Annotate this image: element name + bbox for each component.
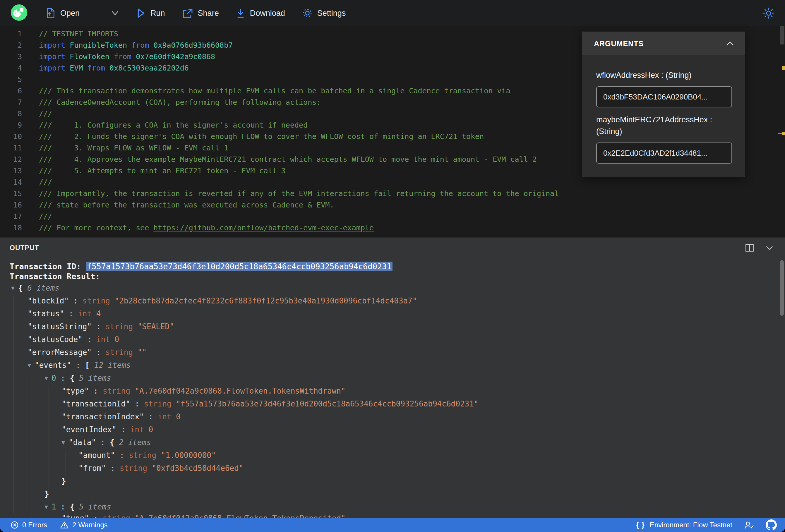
argument-input-maybemint[interactable]	[596, 143, 732, 163]
code-line-text: /// 3. Wraps FLOW as WFLOW - EVM call 1	[39, 142, 228, 154]
argument-input-wflow[interactable]	[596, 86, 732, 107]
token-items: 2 items	[119, 438, 151, 447]
code-line-text: /// 1. Configures a COA in the signer's …	[39, 119, 308, 131]
sun-icon	[763, 7, 775, 19]
tree-row: "blockId" : string "2b28cbfb87da2cfec4f0…	[0, 295, 761, 307]
token-num: 0	[148, 425, 153, 434]
code-line-text: /// Importantly, the transaction is reve…	[39, 188, 559, 199]
line-number: 18	[0, 222, 22, 233]
tree-row: "type" : string "A.7e60df042a9c0868.Flow…	[0, 384, 761, 397]
github-button[interactable]	[766, 520, 777, 531]
line-number: 12	[0, 154, 22, 165]
tree-row: }	[0, 487, 761, 500]
code-line-text: ///	[39, 176, 52, 188]
token-num: 0	[176, 412, 181, 421]
download-button[interactable]: Download	[236, 8, 285, 19]
code-line-text: /// CadenceOwnedAccount (COA), performin…	[39, 97, 321, 108]
token-vtype: int	[158, 412, 176, 421]
token-vtype: string	[103, 514, 135, 518]
token-addr: 0x8c5303eaa26202d6	[109, 64, 189, 72]
run-button[interactable]: Run	[136, 8, 165, 19]
warning-marker[interactable]	[782, 132, 785, 135]
token-punct: :	[115, 451, 129, 460]
output-collapse-chevron-icon[interactable]	[765, 245, 774, 251]
token-key: "amount"	[78, 451, 115, 460]
line-number: 11	[0, 142, 22, 154]
open-button[interactable]: Open	[46, 8, 80, 19]
line-number: 9	[0, 119, 22, 131]
warnings-status[interactable]: 2 Warnings	[60, 521, 108, 529]
warning-marker[interactable]	[782, 66, 785, 70]
token-comment: /// 3. Wraps FLOW as WFLOW - EVM call 1	[39, 144, 228, 152]
token-brace: {	[70, 374, 79, 382]
token-link[interactable]: https://github.com/onflow/batched-evm-ex…	[153, 224, 374, 232]
split-view-icon[interactable]	[745, 244, 754, 252]
token-key: "type"	[61, 386, 89, 395]
tree-row: "statusString" : string "SEALED"	[0, 320, 761, 333]
share-label: Share	[198, 9, 219, 18]
errors-status[interactable]: 0 Errors	[10, 521, 47, 529]
token-type: FlowToken	[70, 52, 114, 61]
token-key: "errorMessage"	[27, 348, 92, 357]
code-line-text: /// 4. Approves the example MaybeMintERC…	[39, 154, 537, 165]
share-button[interactable]: Share	[182, 8, 219, 19]
ruler-dash	[778, 133, 782, 134]
output-scrollbar-thumb[interactable]	[780, 260, 784, 316]
collapse-chevron-up-icon[interactable]	[726, 41, 734, 46]
code-line: 16/// state before the transaction was e…	[0, 199, 785, 211]
token-num: 4	[96, 309, 101, 318]
token-type: FungibleToken	[70, 41, 131, 49]
arguments-panel-header[interactable]: ARGUMENTS	[582, 32, 745, 55]
collapse-arrow-icon[interactable]: ▼	[45, 375, 48, 382]
token-str: "A.7e60df042a9c0868.FlowToken.TokensWith…	[135, 386, 345, 395]
token-type: EVM	[70, 64, 87, 72]
token-comment: /// 4. Approves the example MaybeMintERC…	[39, 155, 537, 163]
token-comment: ///	[39, 178, 52, 186]
open-label: Open	[60, 9, 80, 18]
token-punct: :	[82, 335, 96, 344]
code-line-text: import EVM from 0x8c5303eaa26202d6	[39, 62, 189, 74]
collapse-arrow-icon[interactable]: ▼	[27, 362, 31, 369]
token-vtype: string	[105, 348, 137, 357]
line-number: 2	[0, 40, 22, 51]
token-key: "blockId"	[27, 297, 69, 305]
arguments-panel: ARGUMENTS wflowAddressHex : (String) may…	[582, 32, 745, 177]
token-punct: :	[92, 322, 105, 331]
collapse-arrow-icon[interactable]: ▼	[11, 284, 15, 292]
line-number: 16	[0, 199, 22, 211]
token-vtype: string	[129, 451, 161, 460]
environment-status[interactable]: { } Environment: Flow Testnet	[636, 521, 732, 529]
line-number: 4	[0, 62, 22, 74]
token-brace: }	[61, 477, 66, 485]
token-comment: ///	[39, 212, 52, 221]
environment-label: Environment: Flow Testnet	[650, 521, 732, 529]
code-line-text: ///	[39, 211, 52, 222]
theme-toggle-button[interactable]	[763, 7, 775, 19]
tree-row: "amount" : string "1.00000000"	[0, 449, 761, 462]
tree-row: "transactionIndex" : int 0	[0, 410, 761, 423]
run-icon	[136, 8, 146, 19]
tree-row: }	[0, 475, 761, 487]
token-key: "from"	[78, 464, 106, 473]
toolbar: Open Run Share	[0, 0, 785, 26]
token-punct: :	[96, 438, 110, 447]
token-key: "statusString"	[27, 322, 92, 331]
token-idx: 1	[52, 503, 56, 511]
settings-button[interactable]: Settings	[302, 8, 346, 19]
line-number: 7	[0, 97, 22, 108]
collapse-arrow-icon[interactable]: ▼	[45, 503, 48, 510]
token-items: 5 items	[79, 503, 111, 511]
open-dropdown-button[interactable]	[111, 10, 120, 16]
transaction-id-value[interactable]: f557a1573b76aa53e73d46f3e10d200d5c18a653…	[86, 262, 392, 271]
flow-logo[interactable]	[10, 4, 27, 22]
token-vtype: int	[78, 309, 96, 318]
token-comment: /// 1. Configures a COA in the signer's …	[39, 121, 308, 129]
code-line-text: /// state before the transaction was exe…	[39, 199, 334, 211]
token-comment: ///	[39, 109, 52, 118]
code-line-text: /// 5. Attempts to mint an ERC721 token …	[39, 165, 286, 176]
output-panel: OUTPUT Transaction ID: f557a1573b76aa53e…	[0, 237, 785, 518]
token-comment: /// Importantly, the transaction is reve…	[39, 189, 559, 198]
editor-scrollbar-thumb[interactable]	[780, 26, 784, 45]
collapse-arrow-icon[interactable]: ▼	[61, 439, 65, 446]
account-status-button[interactable]	[744, 521, 754, 529]
